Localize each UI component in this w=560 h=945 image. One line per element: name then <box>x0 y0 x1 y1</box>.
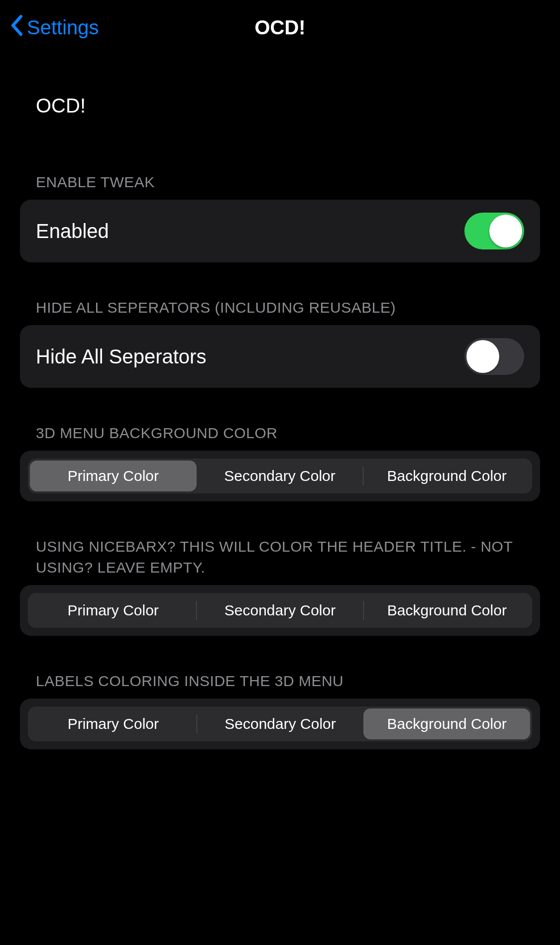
section-header-nicebarx: USING NICEBARX? THIS WILL COLOR THE HEAD… <box>20 501 540 585</box>
labels-coloring-segment-background[interactable]: Background Color <box>363 709 530 739</box>
menu-bg-segmented-control: Primary Color Secondary Color Background… <box>28 459 532 493</box>
section-header-menu-bg: 3D MENU BACKGROUND COLOR <box>20 388 540 451</box>
back-label: Settings <box>27 16 99 39</box>
chevron-left-icon <box>10 14 23 41</box>
labels-coloring-segmented-control: Primary Color Secondary Color Background… <box>28 707 532 741</box>
back-button[interactable]: Settings <box>10 14 99 41</box>
enable-label: Enabled <box>36 220 109 242</box>
nicebarx-segment-secondary[interactable]: Secondary Color <box>197 595 363 626</box>
section-header-hide-sep: HIDE ALL SEPERATORS (INCLUDING REUSABLE) <box>20 262 540 325</box>
enable-row: Enabled <box>20 200 540 262</box>
section-header-enable: ENABLE TWEAK <box>20 137 540 200</box>
hide-seperators-toggle[interactable] <box>464 338 524 375</box>
menu-bg-row: Primary Color Secondary Color Background… <box>20 451 540 501</box>
nicebarx-segment-background[interactable]: Background Color <box>364 595 530 626</box>
enable-toggle[interactable] <box>464 213 524 249</box>
hide-seperators-label: Hide All Seperators <box>36 346 206 368</box>
hide-seperators-row: Hide All Seperators <box>20 325 540 388</box>
toggle-knob-icon <box>466 340 499 373</box>
nicebarx-row: Primary Color Secondary Color Background… <box>20 585 540 636</box>
nicebarx-segment-primary[interactable]: Primary Color <box>30 595 196 626</box>
nicebarx-segmented-control: Primary Color Secondary Color Background… <box>28 593 532 628</box>
navigation-bar: Settings OCD! <box>0 0 560 55</box>
menu-bg-segment-secondary[interactable]: Secondary Color <box>197 461 363 491</box>
toggle-knob-icon <box>489 215 522 247</box>
labels-coloring-segment-primary[interactable]: Primary Color <box>30 709 197 739</box>
menu-bg-segment-background[interactable]: Background Color <box>363 461 530 491</box>
labels-coloring-segment-secondary[interactable]: Secondary Color <box>197 709 364 739</box>
section-intro-title: OCD! <box>20 55 540 137</box>
section-header-labels-coloring: LABELS COLORING INSIDE THE 3D MENU <box>20 636 540 699</box>
menu-bg-segment-primary[interactable]: Primary Color <box>30 461 197 491</box>
labels-coloring-row: Primary Color Secondary Color Background… <box>20 699 540 749</box>
